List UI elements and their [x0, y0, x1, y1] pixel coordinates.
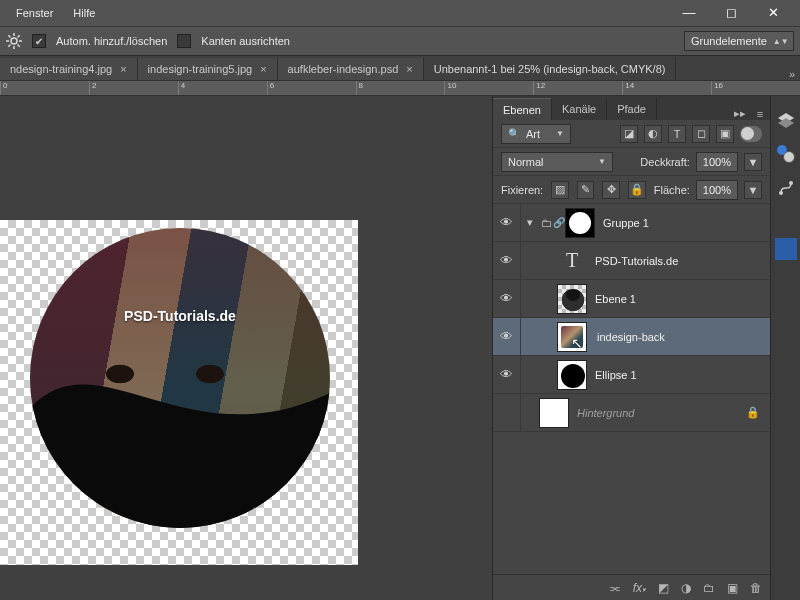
layer-fx-icon[interactable]: fx▾: [633, 581, 646, 595]
svg-line-7: [18, 35, 20, 37]
filter-adjust-icon[interactable]: ◐: [644, 125, 662, 143]
canvas-area[interactable]: PSD-Tutorials.de: [0, 96, 492, 600]
window-maximize[interactable]: ◻: [710, 2, 752, 22]
tab-doc4-label: Unbenannt-1 bei 25% (indesign-back, CMYK…: [434, 63, 666, 75]
layer-name[interactable]: indesign-back: [597, 331, 665, 343]
blend-mode-label: Normal: [508, 156, 543, 168]
filter-type-label: Art: [526, 128, 540, 140]
document-tabbar: ndesign-training4.jpg × indesign-trainin…: [0, 56, 800, 80]
fill-dropdown-icon[interactable]: ▼: [744, 181, 762, 199]
window-minimize[interactable]: —: [668, 2, 710, 22]
visibility-toggle-icon[interactable]: 👁: [493, 280, 521, 317]
opacity-dropdown-icon[interactable]: ▼: [744, 153, 762, 171]
layer-ellipse1[interactable]: 👁 Ellipse 1: [493, 356, 770, 394]
layers-panel-footer: ⫘ fx▾ ◩ ◑ 🗀 ▣ 🗑: [493, 574, 770, 600]
folder-icon: 🗀: [539, 217, 553, 229]
tab-kanaele[interactable]: Kanäle: [552, 98, 607, 120]
close-icon[interactable]: ×: [260, 63, 266, 75]
ruler-tick: 16: [711, 81, 800, 95]
visibility-toggle-icon[interactable]: 👁: [493, 242, 521, 279]
layer-mask-thumb[interactable]: [565, 208, 595, 238]
tab-doc2[interactable]: indesign-training5.jpg ×: [138, 58, 278, 80]
visibility-toggle-icon[interactable]: 👁: [493, 394, 521, 431]
filter-type-select[interactable]: 🔍 Art ▼: [501, 124, 571, 144]
ruler-tick: 14: [622, 81, 711, 95]
visibility-toggle-icon[interactable]: 👁: [493, 204, 521, 241]
blend-mode-select[interactable]: Normal ▼: [501, 152, 613, 172]
new-adjustment-icon[interactable]: ◑: [681, 581, 691, 595]
layer-thumb[interactable]: [539, 398, 569, 428]
document: PSD-Tutorials.de: [0, 220, 358, 565]
lock-position-icon[interactable]: ✥: [602, 181, 620, 199]
checkbox-auto-add[interactable]: ✔: [32, 34, 46, 48]
close-icon[interactable]: ×: [406, 63, 412, 75]
lock-pixels-icon[interactable]: ✎: [577, 181, 595, 199]
filter-type-icon[interactable]: T: [668, 125, 686, 143]
svg-point-0: [11, 38, 17, 44]
panel-collapse-icon[interactable]: ▸▸: [730, 107, 750, 120]
svg-line-5: [8, 35, 10, 37]
opacity-input[interactable]: 100%: [696, 152, 738, 172]
new-group-icon[interactable]: 🗀: [703, 581, 715, 595]
svg-line-6: [18, 45, 20, 47]
layer-ebene1[interactable]: 👁 Ebene 1: [493, 280, 770, 318]
delete-layer-icon[interactable]: 🗑: [750, 581, 762, 595]
gear-icon[interactable]: [6, 33, 22, 49]
ruler-tick: 0: [0, 81, 89, 95]
lock-row: Fixieren: ▨ ✎ ✥ 🔒 Fläche: 100% ▼: [493, 176, 770, 204]
filter-smart-icon[interactable]: ▣: [716, 125, 734, 143]
layer-group1[interactable]: 👁 ▾ 🗀 🔗 Gruppe 1: [493, 204, 770, 242]
lock-icon: 🔒: [746, 406, 760, 419]
window-close[interactable]: ✕: [752, 2, 794, 22]
fill-input[interactable]: 100%: [696, 180, 738, 200]
link-layers-icon[interactable]: ⫘: [609, 581, 621, 595]
layer-mask-icon[interactable]: ◩: [658, 581, 669, 595]
new-layer-icon[interactable]: ▣: [727, 581, 738, 595]
layer-thumb[interactable]: [557, 360, 587, 390]
close-icon[interactable]: ×: [120, 63, 126, 75]
layer-thumb[interactable]: [557, 284, 587, 314]
fill-value: 100%: [703, 184, 731, 196]
lock-all-icon[interactable]: 🔒: [628, 181, 646, 199]
dock-layers-icon[interactable]: [774, 108, 798, 132]
ruler-horizontal: 0 2 4 6 8 10 12 14 16: [0, 80, 800, 96]
tool-presets-label: Grundelemente: [691, 35, 767, 47]
menu-fenster[interactable]: Fenster: [6, 3, 63, 23]
tab-doc1[interactable]: ndesign-training4.jpg ×: [0, 58, 138, 80]
filter-toggle[interactable]: [740, 126, 762, 142]
layer-name[interactable]: PSD-Tutorials.de: [595, 255, 678, 267]
tool-presets-combo[interactable]: Grundelemente ▲▼: [684, 31, 794, 51]
tabbar-overflow-icon[interactable]: »: [784, 68, 800, 80]
tab-ebenen[interactable]: Ebenen: [493, 98, 552, 120]
dock-swatch-icon[interactable]: [775, 238, 797, 260]
menu-hilfe[interactable]: Hilfe: [63, 3, 105, 23]
layer-background[interactable]: 👁 Hintergrund 🔒: [493, 394, 770, 432]
ruler-tick: 8: [356, 81, 445, 95]
checkbox-align-edges[interactable]: ✔: [177, 34, 191, 48]
panel-menu-icon[interactable]: ≡: [750, 108, 770, 120]
fill-label: Fläche:: [654, 184, 690, 196]
layer-text[interactable]: 👁 T PSD-Tutorials.de: [493, 242, 770, 280]
visibility-toggle-icon[interactable]: 👁: [493, 356, 521, 393]
ruler-tick: 12: [533, 81, 622, 95]
chevron-down-icon[interactable]: ▾: [521, 216, 539, 229]
layer-indesign-back[interactable]: 👁 ↖ indesign-back: [493, 318, 770, 356]
layer-name[interactable]: Gruppe 1: [603, 217, 649, 229]
options-bar: ✔ Autom. hinzuf./löschen ✔ Kanten ausric…: [0, 26, 800, 56]
layer-name[interactable]: Hintergrund: [577, 407, 634, 419]
tab-doc3[interactable]: aufkleber-indesign.psd ×: [278, 58, 424, 80]
lock-transparency-icon[interactable]: ▨: [551, 181, 569, 199]
chevron-down-icon: ▼: [598, 157, 606, 166]
visibility-toggle-icon[interactable]: 👁: [493, 318, 521, 355]
opacity-value: 100%: [703, 156, 731, 168]
tab-doc1-label: ndesign-training4.jpg: [10, 63, 112, 75]
tab-doc4-active[interactable]: Unbenannt-1 bei 25% (indesign-back, CMYK…: [424, 58, 677, 80]
tab-pfade[interactable]: Pfade: [607, 98, 657, 120]
dock-channels-icon[interactable]: [774, 142, 798, 166]
filter-shape-icon[interactable]: ◻: [692, 125, 710, 143]
svg-line-8: [8, 45, 10, 47]
layer-name[interactable]: Ebene 1: [595, 293, 636, 305]
layer-name[interactable]: Ellipse 1: [595, 369, 637, 381]
dock-paths-icon[interactable]: [774, 176, 798, 200]
filter-pixel-icon[interactable]: ◪: [620, 125, 638, 143]
